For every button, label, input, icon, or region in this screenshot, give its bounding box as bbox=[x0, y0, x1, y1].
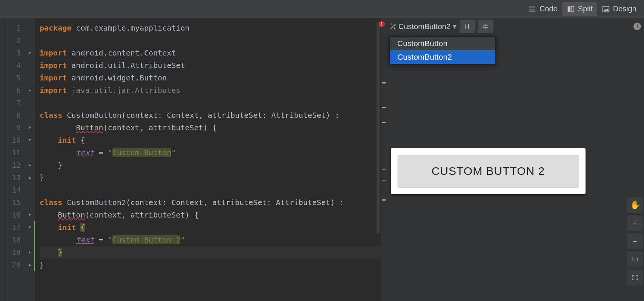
class-name-1: CustomButton bbox=[67, 111, 121, 120]
pan-tool-button[interactable]: ✋ bbox=[627, 197, 643, 213]
tab-code-label: Code bbox=[539, 5, 558, 13]
import-4-unused: java.util.jar.Attributes bbox=[71, 86, 180, 95]
super-button: Button bbox=[76, 123, 103, 132]
split-view-icon bbox=[567, 5, 575, 13]
fold-icon[interactable]: ▾ bbox=[29, 121, 31, 134]
preview-canvas[interactable]: CUSTOM BUTTON 2 ✋ + − 1:1 bbox=[386, 35, 644, 301]
svg-rect-4 bbox=[571, 6, 574, 12]
fold-gutter[interactable]: ▾ ▸ ▾ ▾ ▴ ▴ ▾ ▾ ▴ ▴ bbox=[25, 18, 35, 301]
plus-icon: + bbox=[633, 219, 637, 227]
fold-icon[interactable]: ▾ bbox=[29, 221, 31, 233]
warning-marker[interactable] bbox=[382, 199, 386, 201]
zoom-in-button[interactable]: + bbox=[627, 215, 643, 231]
eq: = bbox=[94, 235, 108, 244]
kw-class: class bbox=[40, 111, 62, 120]
class-name-2: CustomButton2 bbox=[67, 198, 126, 207]
zoom-reset-button[interactable]: 1:1 bbox=[627, 252, 643, 267]
code-area[interactable]: package com.example.myapplication import… bbox=[35, 18, 386, 301]
super-call: (context, attributeSet) { bbox=[85, 210, 198, 219]
preview-target-dropdown[interactable]: CustomButton2 ▾ bbox=[398, 22, 456, 31]
kw-import: import bbox=[40, 48, 67, 57]
chevron-down-icon: ▾ bbox=[453, 22, 456, 31]
warning-count-icon[interactable]: ! bbox=[633, 23, 641, 30]
kw-init: init bbox=[58, 223, 76, 232]
fold-icon[interactable]: ▴ bbox=[29, 159, 31, 171]
fold-icon[interactable]: ▴ bbox=[29, 258, 31, 271]
preview-toolbar: CustomButton2 ▾ ! bbox=[386, 18, 644, 35]
zoom-fit-button[interactable] bbox=[627, 270, 643, 286]
warning-marker[interactable] bbox=[382, 107, 386, 108]
super-button: Button bbox=[58, 210, 85, 219]
error-marker[interactable] bbox=[382, 180, 386, 181]
kw-class: class bbox=[40, 198, 62, 207]
kw-import: import bbox=[40, 86, 67, 95]
error-marker[interactable] bbox=[382, 169, 386, 170]
zoom-out-button[interactable]: − bbox=[627, 233, 643, 249]
fold-icon[interactable]: ▾ bbox=[29, 46, 31, 59]
design-image-icon bbox=[602, 5, 610, 13]
zoom-controls: ✋ + − 1:1 bbox=[626, 197, 644, 286]
tab-design-label: Design bbox=[613, 5, 636, 13]
line-number-gutter: 12345678910 11121314151617181920 bbox=[5, 18, 25, 301]
tab-design[interactable]: Design bbox=[597, 2, 641, 16]
warning-marker[interactable] bbox=[382, 82, 386, 83]
quote: " bbox=[171, 148, 176, 157]
import-2: android.util.AttributeSet bbox=[71, 61, 185, 70]
import-1: android.content.Context bbox=[71, 48, 176, 57]
design-surface-icon bbox=[389, 23, 397, 30]
breakpoint-gutter[interactable] bbox=[0, 18, 5, 301]
svg-rect-3 bbox=[568, 6, 570, 12]
sig: (context: Context, attributeSet: Attribu… bbox=[126, 198, 344, 207]
orientation-landscape-button[interactable] bbox=[478, 20, 493, 33]
sig: (context: Context, attributeSet: Attribu… bbox=[121, 111, 340, 120]
marker-strip[interactable]: ! bbox=[381, 18, 386, 301]
rendered-component-card: CUSTOM BUTTON 2 bbox=[391, 148, 586, 194]
view-mode-tabs: Code Split Design bbox=[0, 0, 644, 18]
svg-marker-6 bbox=[604, 8, 609, 11]
code-lines-icon bbox=[528, 5, 536, 13]
import-3: android.widget.Button bbox=[71, 73, 167, 82]
fit-screen-icon bbox=[632, 274, 638, 281]
tab-split-label: Split bbox=[578, 5, 593, 13]
code-editor[interactable]: 12345678910 11121314151617181920 ▾ ▸ ▾ ▾… bbox=[0, 18, 386, 301]
string-1: Custom Button bbox=[112, 148, 172, 157]
kw-import: import bbox=[40, 61, 67, 70]
quote: " bbox=[108, 235, 112, 244]
tab-code[interactable]: Code bbox=[524, 2, 562, 16]
fold-icon[interactable]: ▾ bbox=[29, 134, 31, 146]
fold-icon[interactable]: ▾ bbox=[29, 208, 31, 221]
string-2: Custom Button 2 bbox=[112, 235, 181, 244]
fold-icon[interactable]: ▴ bbox=[29, 171, 31, 184]
quote: " bbox=[108, 148, 112, 157]
kw-package: package bbox=[40, 23, 71, 32]
one-to-one-icon: 1:1 bbox=[631, 256, 638, 262]
preview-target-label: CustomButton2 bbox=[398, 22, 450, 31]
super-call: (context, attributeSet) { bbox=[103, 123, 217, 132]
prop-text: text bbox=[76, 148, 94, 157]
error-indicator-icon[interactable]: ! bbox=[379, 21, 385, 27]
eq: = bbox=[94, 148, 108, 157]
editor-scrollbar[interactable] bbox=[377, 22, 380, 233]
kw-import: import bbox=[40, 73, 67, 82]
tab-split[interactable]: Split bbox=[562, 2, 597, 16]
kw-init: init bbox=[58, 136, 76, 145]
rendered-button-text: CUSTOM BUTTON 2 bbox=[432, 165, 545, 178]
svg-rect-5 bbox=[603, 6, 609, 12]
fold-icon[interactable]: ▸ bbox=[29, 84, 31, 96]
layout-preview-panel: CustomButton2 ▾ ! CustomButton CustomBut… bbox=[386, 18, 644, 301]
hand-icon: ✋ bbox=[630, 200, 640, 210]
warning-marker[interactable] bbox=[382, 122, 386, 123]
prop-text: text bbox=[76, 235, 94, 244]
minus-icon: − bbox=[633, 238, 637, 245]
fold-icon[interactable]: ▴ bbox=[29, 246, 31, 258]
orientation-portrait-button[interactable] bbox=[460, 20, 475, 33]
package-name: com.example.myapplication bbox=[76, 23, 189, 32]
quote: " bbox=[180, 235, 185, 244]
rendered-custom-button[interactable]: CUSTOM BUTTON 2 bbox=[398, 155, 579, 187]
